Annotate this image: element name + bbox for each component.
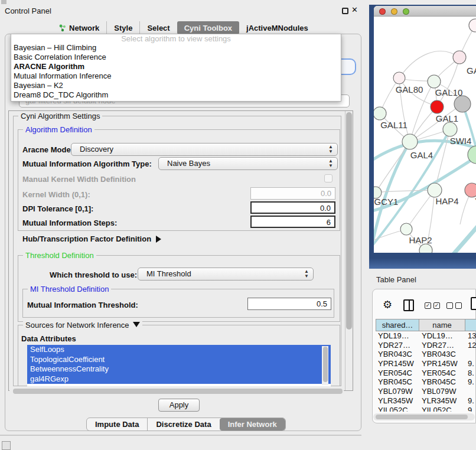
tab-style[interactable]: Style	[106, 21, 139, 34]
table-cell: YIL052C	[419, 406, 465, 412]
minimized-panel-chip[interactable]	[2, 441, 11, 450]
table-cell: YER054C	[419, 369, 465, 378]
apply-button[interactable]: Apply	[158, 399, 200, 412]
network-window-titlebar[interactable]	[374, 6, 476, 17]
close-traffic-icon[interactable]	[379, 8, 386, 15]
algorithm-option[interactable]: ARACNE Algorithm	[11, 62, 341, 71]
manual-kernel-checkbox[interactable]	[324, 174, 332, 182]
aracne-mode-select[interactable]: Discovery ▲▼	[71, 143, 338, 156]
table-row[interactable]: YDL19…YDL19…13	[376, 331, 476, 341]
attributes-scrollbar-thumb[interactable]	[323, 347, 328, 382]
tab-network[interactable]: Network	[52, 21, 106, 34]
network-node[interactable]	[469, 19, 476, 32]
table-row[interactable]: YDR27…YDR27…12	[376, 341, 476, 350]
column-layout-icon[interactable]	[403, 299, 414, 311]
network-canvas[interactable]: GALGAL80GAL10GAL1GAL11SWI4GAL4GCY1HAP4YH…	[374, 17, 476, 253]
mi-threshold-field[interactable]: 0.5	[247, 298, 331, 310]
network-node-gal4[interactable]	[402, 134, 418, 149]
dpi-tolerance-field[interactable]: 0.0	[250, 201, 335, 214]
network-view-window[interactable]: GALGAL80GAL10GAL1GAL11SWI4GAL4GCY1HAP4YH…	[374, 6, 476, 253]
algorithm-option[interactable]: Bayesian – K2	[11, 81, 341, 90]
network-node-hap4[interactable]	[428, 183, 442, 197]
combo-arrows-icon: ▲▼	[328, 159, 333, 168]
mi-steps-field[interactable]: 6	[250, 216, 335, 228]
combo-arrows-icon: ▲▼	[304, 269, 309, 279]
network-node-gal[interactable]	[453, 51, 466, 64]
network-node-gal1[interactable]	[431, 100, 444, 113]
select-all-columns-icon[interactable]: ✓ ✓	[425, 302, 440, 309]
algorithm-option[interactable]: Mutual Information Inference	[11, 71, 341, 81]
network-node-gal11[interactable]	[374, 107, 386, 120]
tab-cyni-toolbox[interactable]: Cyni Toolbox	[177, 21, 239, 34]
table-cell: YLR345W	[419, 396, 465, 406]
cyni-bottom-tabbar: Impute DataDiscretize DataInfer Network	[86, 418, 286, 431]
table-cell: 8.	[465, 369, 476, 378]
table-row[interactable]: YPR145WYPR145W9.	[376, 359, 476, 369]
document-icon[interactable]	[471, 297, 476, 310]
minimize-traffic-icon[interactable]	[391, 8, 397, 15]
tab-infer-network[interactable]: Infer Network	[220, 418, 285, 431]
table-row[interactable]: YER054CYER054C8.	[376, 369, 476, 378]
tab-select[interactable]: Select	[139, 21, 177, 34]
deselect-all-columns-icon[interactable]	[446, 302, 462, 309]
tab-label: jActiveMNodules	[246, 24, 308, 32]
attribute-item[interactable]: SelfLoops	[27, 345, 331, 355]
aracne-mode-label: Aracne Mode:	[22, 145, 73, 154]
network-node-hap2[interactable]	[400, 223, 412, 235]
combo-arrows-icon: ▲▼	[328, 145, 333, 154]
network-node-y[interactable]	[465, 183, 476, 197]
which-threshold-select[interactable]: MI Threshold ▲▼	[138, 268, 314, 281]
mi-type-label: Mutual Information Algorithm Type:	[22, 159, 152, 168]
tab-label: Cyni Toolbox	[184, 24, 232, 32]
table-cell: YDR27…	[376, 341, 419, 350]
table-cell: YDL19…	[376, 331, 419, 341]
hub-definition-label: Hub/Transcription Factor Definition	[22, 234, 151, 243]
network-node[interactable]	[443, 122, 457, 136]
sources-group-title[interactable]: Sources for Network Inference	[23, 321, 142, 330]
tab-jactivemnodules[interactable]: jActiveMNodules	[239, 21, 315, 34]
data-attributes-list[interactable]: SelfLoopsTopologicalCoefficientBetweenne…	[27, 345, 331, 386]
column-header-extra[interactable]	[465, 319, 476, 331]
manual-kernel-label: Manual Kernel Width Definition	[22, 175, 136, 184]
table-cell: YPR145W	[419, 359, 465, 369]
algorithm-option[interactable]: Basic Correlation Inference	[11, 53, 341, 62]
column-header-shared…[interactable]: shared…	[376, 319, 419, 331]
mi-steps-label: Mutual Information Steps:	[22, 219, 117, 227]
table-cell: YBR045C	[376, 377, 419, 387]
expand-right-icon	[156, 236, 161, 243]
close-icon[interactable]: ✕	[351, 5, 358, 14]
algorithm-definition-title: Algorithm Definition	[23, 125, 94, 134]
table-row[interactable]: YBR045CYBR045C9.	[376, 377, 476, 387]
network-node-gal10[interactable]	[428, 75, 441, 88]
zoom-traffic-icon[interactable]	[403, 8, 409, 15]
checked-box-icon: ✓	[433, 302, 440, 309]
algorithm-option[interactable]: Bayesian – Hill Climbing	[11, 43, 341, 53]
data-attributes-label: Data Attributes	[21, 334, 76, 343]
table-row[interactable]: YIL052CYIL052C9.	[376, 406, 476, 412]
vertical-scrollbar-thumb[interactable]	[346, 112, 352, 330]
attribute-item[interactable]: BetweennessCentrality	[27, 364, 331, 374]
table-horizontal-scrollbar-thumb[interactable]	[376, 415, 468, 419]
network-node-gal80[interactable]	[393, 72, 405, 84]
focused-combo-fragment	[341, 58, 356, 75]
attribute-item[interactable]: TopologicalCoefficient	[27, 355, 331, 365]
network-node[interactable]	[419, 244, 432, 253]
mi-type-select[interactable]: Naive Bayes ▲▼	[158, 157, 338, 170]
network-icon	[59, 24, 66, 32]
tab-discretize-data[interactable]: Discretize Data	[147, 418, 219, 431]
gear-icon[interactable]: ⚙	[383, 298, 392, 311]
network-node[interactable]	[454, 96, 471, 112]
float-window-icon[interactable]	[342, 8, 348, 14]
kernel-width-field[interactable]: 0.0	[250, 187, 335, 200]
column-header-name[interactable]: name	[419, 319, 465, 331]
horizontal-scrollbar-thumb[interactable]	[13, 389, 343, 394]
table-row[interactable]: YBR043CYBR043C	[376, 350, 476, 359]
table-row[interactable]: YLR345WYLR345W9.	[376, 396, 476, 406]
hub-definition-toggle[interactable]: Hub/Transcription Factor Definition	[22, 234, 161, 243]
control-panel-title: Control Panel	[5, 6, 51, 15]
algorithm-option[interactable]: Dream8 DC_TDC Algorithm	[11, 90, 341, 100]
attribute-item[interactable]: gal4RGexp	[27, 374, 331, 384]
table-row[interactable]: YBL079WYBL079W	[376, 387, 476, 396]
node-attribute-table[interactable]: shared…nameYDL19…YDL19…13YDR27…YDR27…12Y…	[376, 319, 476, 412]
tab-impute-data[interactable]: Impute Data	[87, 418, 147, 431]
